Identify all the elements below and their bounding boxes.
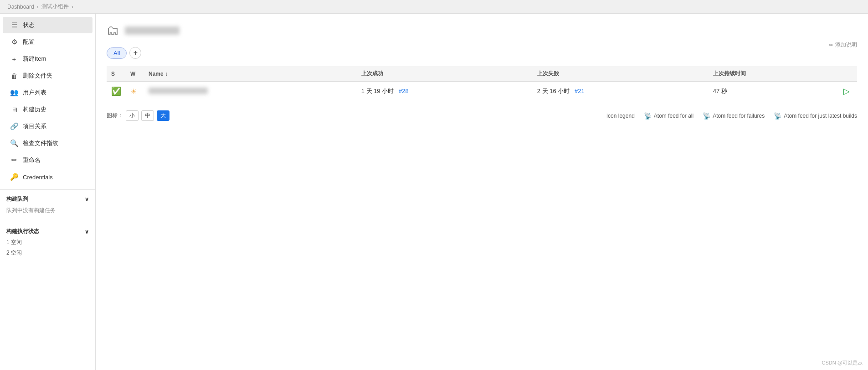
sidebar-item-status-label: 状态 [23, 21, 35, 29]
run-icon[interactable]: ▷ [843, 87, 850, 96]
sidebar-item-new-item[interactable]: + 新建Item [3, 51, 92, 67]
col-last-duration: 上次持续时间 [709, 66, 839, 82]
tab-add-button[interactable]: + [129, 47, 141, 59]
status-icon: ☰ [10, 21, 18, 29]
icon-legend-link[interactable]: Icon legend [606, 113, 635, 119]
sidebar-item-check-fingerprint-label: 检查文件指纹 [23, 139, 58, 147]
atom-feed-failures-label: Atom feed for failures [713, 113, 765, 119]
weather-sunny-icon: ☀ [130, 88, 137, 95]
sidebar-item-delete-folder[interactable]: 🗑 删除文件夹 [3, 68, 92, 84]
row-status: ✅ [107, 82, 126, 101]
breadcrumb-sep1: › [37, 4, 39, 10]
executor-1: 1 空闲 [0, 237, 95, 248]
build-queue-empty: 队列中没有构建任务 [0, 205, 95, 218]
col-name[interactable]: Name ↓ [144, 66, 357, 82]
rss-failures-icon: 📡 [703, 112, 710, 120]
sidebar-item-new-item-label: 新建Item [23, 55, 46, 63]
sidebar-item-rename[interactable]: ✏ 重命名 [3, 152, 92, 168]
breadcrumb-folder[interactable]: 测试小组件 [41, 3, 69, 10]
size-small-button[interactable]: 小 [126, 110, 139, 121]
folder-header: 🗂 [107, 23, 857, 38]
users-icon: 👥 [10, 89, 18, 97]
size-medium-button[interactable]: 中 [141, 110, 154, 121]
executor-status-section: 构建执行状态 ∨ 1 空闲 2 空闲 [0, 222, 95, 258]
add-description-link[interactable]: ✏ 添加说明 [829, 41, 857, 49]
search-icon: 🔍 [10, 139, 18, 147]
sidebar-item-build-history-label: 构建历史 [23, 105, 46, 114]
sidebar-item-build-history[interactable]: 🖥 构建历史 [3, 101, 92, 118]
build-queue-header[interactable]: 构建队列 ∨ [0, 192, 95, 205]
atom-feed-latest-link[interactable]: 📡 Atom feed for just latest builds [774, 112, 857, 120]
row-weather: ☀ [126, 82, 144, 101]
plus-icon: + [10, 55, 18, 63]
sidebar-item-rename-label: 重命名 [23, 156, 41, 164]
pencil-icon: ✏ [10, 156, 18, 164]
build-queue-chevron: ∨ [85, 196, 89, 203]
tabs-row: All + [107, 47, 857, 59]
executor-2: 2 空闲 [0, 248, 95, 258]
row-last-success: 1 天 19 小时 #28 [357, 82, 533, 101]
atom-feed-failures-link[interactable]: 📡 Atom feed for failures [703, 112, 765, 120]
col-w: W [126, 66, 144, 82]
folder-icon: 🗂 [107, 23, 119, 38]
atom-feed-latest-label: Atom feed for just latest builds [784, 113, 857, 119]
build-queue-section: 构建队列 ∨ 队列中没有构建任务 [0, 189, 95, 218]
gear-icon: ⚙ [10, 38, 18, 46]
row-name[interactable] [144, 82, 357, 101]
sidebar-item-credentials[interactable]: 🔑 Credentials [3, 169, 92, 185]
icon-legend-label: Icon legend [606, 113, 635, 119]
last-failure-build-link[interactable]: #21 [575, 88, 585, 94]
rss-latest-icon: 📡 [774, 112, 781, 120]
icon-size-group: 图标： 小 中 大 [107, 110, 169, 121]
row-last-duration: 47 秒 [709, 82, 839, 101]
watermark: CSDN @可以是zx [822, 360, 863, 366]
last-success-time: 1 天 19 小时 [361, 88, 394, 94]
trash-icon: 🗑 [10, 72, 18, 80]
rss-all-icon: 📡 [644, 112, 652, 120]
edit-icon: ✏ [829, 42, 833, 48]
executor-status-header[interactable]: 构建执行状态 ∨ [0, 224, 95, 237]
last-failure-time: 2 天 16 小时 [537, 88, 570, 94]
monitor-icon: 🖥 [10, 106, 18, 114]
last-success-build-link[interactable]: #28 [399, 88, 409, 94]
build-name-blurred [149, 88, 208, 94]
table-row: ✅ ☀ 1 天 19 小时 #28 2 天 16 小时 [107, 82, 857, 101]
col-last-success: 上次成功 [357, 66, 533, 82]
sidebar-item-config-label: 配置 [23, 38, 35, 46]
link-icon: 🔗 [10, 122, 18, 130]
breadcrumb: Dashboard › 测试小组件 › [0, 0, 868, 14]
sidebar-item-delete-folder-label: 删除文件夹 [23, 72, 52, 80]
sidebar-item-user-list[interactable]: 👥 用户列表 [3, 84, 92, 101]
tab-all[interactable]: All [107, 47, 127, 59]
folder-name-blurred [125, 26, 180, 35]
sidebar-item-project-rel[interactable]: 🔗 项目关系 [3, 118, 92, 135]
sidebar-item-status[interactable]: ☰ 状态 [3, 17, 92, 33]
sidebar-item-config[interactable]: ⚙ 配置 [3, 34, 92, 50]
row-run-action[interactable]: ▷ [839, 82, 857, 101]
icon-size-label: 图标： [107, 112, 123, 120]
col-last-failure: 上次失败 [533, 66, 709, 82]
sidebar: ☰ 状态 ⚙ 配置 + 新建Item 🗑 删除文件夹 👥 用户列表 🖥 构建历 [0, 14, 96, 370]
footer-links: Icon legend 📡 Atom feed for all 📡 Atom f… [606, 112, 857, 120]
atom-feed-all-label: Atom feed for all [654, 113, 693, 119]
status-ok-icon: ✅ [111, 87, 121, 96]
add-description-label: 添加说明 [835, 41, 857, 49]
size-large-button[interactable]: 大 [157, 110, 169, 121]
sidebar-item-project-rel-label: 项目关系 [23, 122, 46, 130]
sidebar-item-user-list-label: 用户列表 [23, 89, 46, 97]
atom-feed-all-link[interactable]: 📡 Atom feed for all [644, 112, 693, 120]
breadcrumb-dashboard[interactable]: Dashboard [7, 4, 34, 10]
executor-chevron: ∨ [85, 229, 89, 235]
breadcrumb-sep2: › [72, 4, 73, 10]
executor-status-title: 构建执行状态 [6, 228, 39, 235]
sidebar-item-check-fingerprint[interactable]: 🔍 检查文件指纹 [3, 135, 92, 151]
build-queue-title: 构建队列 [6, 195, 28, 203]
content-area: ✏ 添加说明 🗂 All + S W Name ↓ 上次成功 上次失败 上次持续… [96, 14, 868, 370]
row-last-failure: 2 天 16 小时 #21 [533, 82, 709, 101]
col-actions [839, 66, 857, 82]
footer-row: 图标： 小 中 大 Icon legend 📡 Atom feed for al… [107, 110, 857, 121]
sidebar-item-credentials-label: Credentials [23, 174, 53, 181]
builds-table: S W Name ↓ 上次成功 上次失败 上次持续时间 ✅ ☀ [107, 66, 857, 101]
col-s: S [107, 66, 126, 82]
key-icon: 🔑 [10, 173, 18, 181]
